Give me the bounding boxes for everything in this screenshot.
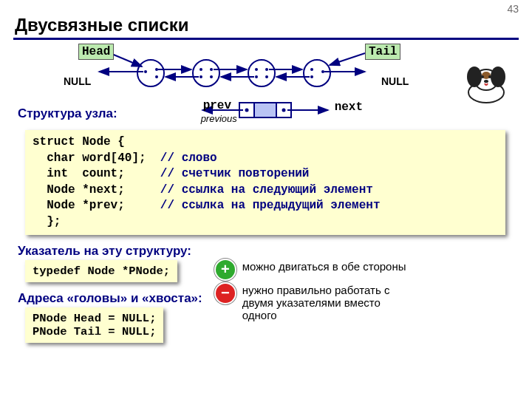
svg-point-31 (491, 66, 505, 87)
prev-label: prev (203, 99, 231, 112)
struct-heading: Структура узла: (18, 106, 117, 121)
code-l3b: // счетчик повторений (160, 167, 310, 180)
struct-code: struct Node { char word[40]; // слово in… (25, 130, 505, 235)
next-label: next (335, 100, 363, 114)
title-divider (13, 38, 519, 40)
minus-icon: − (216, 284, 235, 303)
headtail-code: PNode Head = NULL; PNode Tail = NULL; (25, 307, 163, 343)
page-number: 43 (507, 3, 519, 15)
svg-point-0 (137, 60, 164, 86)
svg-point-9 (210, 68, 213, 71)
svg-line-25 (110, 53, 142, 66)
svg-point-35 (484, 80, 488, 83)
svg-point-17 (321, 70, 324, 73)
cons-row: − нужно правильно работать с двумя указа… (216, 284, 415, 321)
pros-text: можно двигаться в обе стороны (242, 260, 406, 273)
svg-point-13 (265, 68, 268, 71)
svg-point-8 (200, 75, 202, 78)
svg-rect-37 (254, 103, 276, 117)
code-l4a: Node *next; (33, 183, 160, 197)
svg-point-1 (193, 60, 219, 86)
page-title: Двусвязные списки (15, 15, 532, 35)
code-l2b: // слово (160, 151, 217, 165)
code-l4b: // ссылка на следующий элемент (160, 183, 373, 197)
svg-point-2 (248, 60, 275, 86)
svg-point-7 (200, 68, 202, 71)
svg-point-30 (467, 66, 482, 87)
code-l5b: // ссылка на предыдущий элемент (160, 199, 381, 212)
svg-point-3 (304, 60, 330, 86)
svg-point-33 (481, 75, 484, 78)
headtail-heading: Адреса «головы» и «хвоста»: (18, 291, 202, 306)
svg-point-11 (255, 68, 258, 71)
plus-icon: + (216, 260, 235, 279)
svg-point-4 (144, 70, 147, 73)
dog-image (457, 59, 516, 105)
code-l3a: int count; (33, 167, 160, 180)
svg-point-10 (210, 75, 213, 78)
svg-point-6 (155, 75, 158, 78)
typedef-code: typedef Node *PNode; (25, 260, 177, 282)
code-l2a: char word[40]; (33, 151, 160, 165)
svg-point-15 (310, 68, 313, 71)
code-l6: }; (33, 215, 61, 228)
struct-heading-row: Структура узла: prev previous next (0, 100, 532, 127)
prev-subtitle: previous (201, 113, 237, 124)
code-l1: struct Node { (33, 135, 125, 149)
head-label: Head (78, 44, 114, 60)
linked-list-diagram: Head Tail NULL NULL (18, 47, 520, 99)
svg-point-38 (245, 109, 248, 112)
svg-point-14 (265, 75, 268, 78)
svg-point-16 (310, 75, 313, 78)
code-l5a: Node *prev; (33, 199, 160, 212)
tail-label: Tail (365, 44, 400, 60)
null-left: NULL (64, 75, 91, 87)
svg-point-39 (282, 109, 285, 112)
svg-point-34 (488, 75, 491, 78)
typedef-heading: Указатель на эту структуру: (18, 244, 202, 259)
pros-row: + можно двигаться в обе стороны (216, 260, 415, 279)
null-right: NULL (381, 75, 409, 87)
svg-point-12 (255, 75, 258, 78)
svg-point-5 (155, 68, 158, 71)
cons-text: нужно правильно работать с двумя указате… (242, 284, 415, 321)
svg-line-26 (330, 53, 365, 65)
